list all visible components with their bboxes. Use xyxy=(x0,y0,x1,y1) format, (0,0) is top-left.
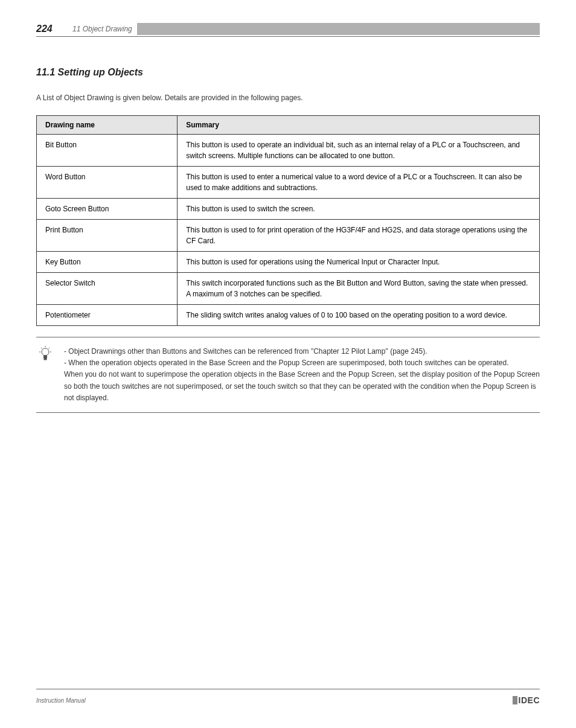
drawing-name-cell: Selector Switch xyxy=(37,273,178,305)
note-line: - When the operation objects operated in… xyxy=(64,357,540,369)
svg-point-0 xyxy=(42,348,49,356)
svg-line-3 xyxy=(49,348,50,349)
object-drawing-table: Drawing name Summary Bit Button This but… xyxy=(36,115,540,326)
table-row: Bit Button This button is used to operat… xyxy=(37,135,540,167)
summary-cell: The sliding switch writes analog values … xyxy=(178,305,540,326)
table-header-right: Summary xyxy=(178,116,540,135)
footer: Instruction Manual IDEC xyxy=(36,689,540,705)
table-row: Word Button This button is used to enter… xyxy=(37,167,540,199)
header-bar xyxy=(137,23,540,35)
table-row: Print Button This button is used to for … xyxy=(37,220,540,252)
chapter-label: 11 Object Drawing xyxy=(72,25,132,33)
table-row: Potentiometer The sliding switch writes … xyxy=(37,305,540,326)
drawing-name-cell: Key Button xyxy=(37,252,178,273)
summary-cell: This button is used to operate an indivi… xyxy=(178,135,540,167)
drawing-name-cell: Print Button xyxy=(37,220,178,252)
footer-rule xyxy=(36,689,540,689)
page-number: 224 xyxy=(36,24,60,34)
logo-box-icon xyxy=(513,696,517,704)
svg-rect-6 xyxy=(44,356,47,358)
idec-logo: IDEC xyxy=(513,695,540,705)
note-text: - Object Drawnings other than Buttons an… xyxy=(64,346,540,404)
drawing-name-cell: Bit Button xyxy=(37,135,178,167)
intro-text: A List of Object Drawing is given below.… xyxy=(36,92,540,103)
header-rule xyxy=(36,36,540,37)
summary-cell: This button is used for operations using… xyxy=(178,252,540,273)
svg-rect-7 xyxy=(44,358,46,360)
drawing-name-cell: Word Button xyxy=(37,167,178,199)
summary-cell: This button is used to enter a numerical… xyxy=(178,167,540,199)
table-row: Goto Screen Button This button is used t… xyxy=(37,199,540,220)
summary-cell: This switch incorporated functions such … xyxy=(178,273,540,305)
summary-cell: This button is used to for print operati… xyxy=(178,220,540,252)
note-line: When you do not want to superimpose the … xyxy=(64,369,540,404)
table-row: Key Button This button is used for opera… xyxy=(37,252,540,273)
section-title: 11.1 Setting up Objects xyxy=(36,67,540,78)
logo-text: IDEC xyxy=(519,695,540,705)
table-header-left: Drawing name xyxy=(37,116,178,135)
footer-text: Instruction Manual xyxy=(36,697,86,704)
note-line: - Object Drawnings other than Buttons an… xyxy=(64,346,540,357)
table-row: Selector Switch This switch incorporated… xyxy=(37,273,540,305)
note-block: - Object Drawnings other than Buttons an… xyxy=(36,337,540,413)
tip-icon xyxy=(39,346,51,362)
drawing-name-cell: Potentiometer xyxy=(37,305,178,326)
summary-cell: This button is used to switch the screen… xyxy=(178,199,540,220)
drawing-name-cell: Goto Screen Button xyxy=(37,199,178,220)
svg-line-2 xyxy=(41,348,42,349)
